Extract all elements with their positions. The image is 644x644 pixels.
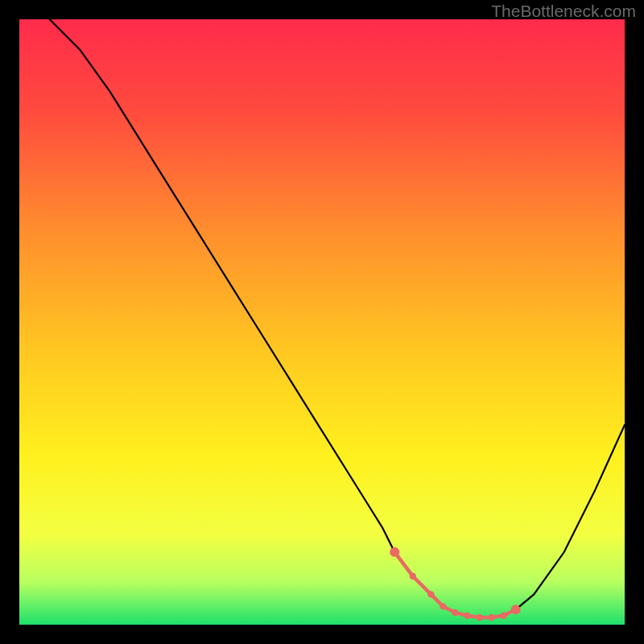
optimal-marker: [440, 603, 446, 609]
bottleneck-curve-svg: [19, 19, 625, 625]
optimal-marker: [464, 613, 470, 619]
optimal-marker: [500, 613, 506, 619]
bottleneck-curve: [50, 19, 625, 617]
optimal-marker: [452, 609, 458, 616]
chart-frame: TheBottleneck.com: [0, 0, 644, 644]
optimal-marker: [390, 547, 399, 557]
optimal-segment: [394, 552, 515, 617]
optimal-marker: [410, 573, 416, 580]
plot-area: [19, 19, 625, 625]
watermark-text: TheBottleneck.com: [491, 2, 636, 21]
optimal-marker: [488, 614, 494, 621]
optimal-marker: [511, 605, 521, 614]
optimal-marker: [476, 614, 482, 621]
optimal-zone-markers: [390, 547, 520, 621]
optimal-marker: [427, 591, 434, 597]
